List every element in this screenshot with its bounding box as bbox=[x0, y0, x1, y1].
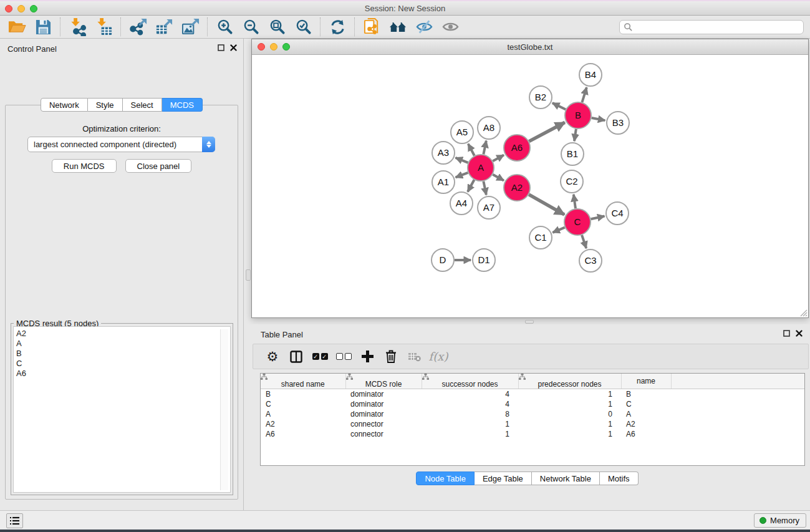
tab-mcds[interactable]: MCDS bbox=[162, 98, 203, 112]
desktop-background bbox=[0, 530, 810, 532]
import-network-icon[interactable] bbox=[64, 17, 90, 37]
search-field[interactable] bbox=[619, 20, 804, 34]
graph-node-label: A3 bbox=[438, 147, 449, 158]
table-header-row[interactable]: shared nameMCDS rolesuccessor nodesprede… bbox=[261, 374, 804, 389]
graph-edge-A-A8[interactable] bbox=[483, 141, 486, 155]
splitpane-toggle-bottom[interactable] bbox=[525, 320, 534, 324]
export-network-icon[interactable] bbox=[125, 17, 151, 37]
table-row[interactable]: A2connector11A2 bbox=[261, 419, 804, 429]
graph-edge-A-A6[interactable] bbox=[493, 155, 504, 162]
column-header-MCDS-role[interactable]: MCDS role bbox=[345, 374, 422, 389]
tab-node-table[interactable]: Node Table bbox=[416, 472, 475, 485]
graph-edge-C-C4[interactable] bbox=[591, 216, 604, 219]
cell-predecessor-nodes: 1 bbox=[518, 399, 621, 409]
close-panel-icon[interactable] bbox=[230, 44, 237, 51]
table-row[interactable]: Bdominator41B bbox=[261, 389, 804, 399]
criterion-dropdown[interactable]: largest connected component (directed) bbox=[27, 137, 215, 152]
splitpane-toggle-left[interactable] bbox=[246, 269, 251, 281]
column-header-shared-name[interactable]: shared name bbox=[261, 374, 345, 389]
select-all-icon[interactable]: ✓✓ bbox=[308, 347, 332, 366]
graph-edge-B-B2[interactable] bbox=[552, 103, 566, 109]
column-header-filler bbox=[671, 374, 804, 389]
tab-network-table[interactable]: Network Table bbox=[532, 472, 600, 485]
tab-motifs[interactable]: Motifs bbox=[600, 472, 639, 485]
home-view-icon[interactable] bbox=[385, 17, 411, 37]
cell-name: B bbox=[621, 389, 671, 399]
graph-edge-A-A7[interactable] bbox=[483, 181, 486, 195]
tab-edge-table[interactable]: Edge Table bbox=[475, 472, 532, 485]
column-header-successor-nodes[interactable]: successor nodes bbox=[422, 374, 518, 389]
refresh-icon[interactable] bbox=[324, 17, 350, 37]
network-window-titlebar[interactable]: testGlobe.txt bbox=[252, 39, 808, 55]
export-table-icon[interactable] bbox=[151, 17, 177, 37]
result-item[interactable]: A6 bbox=[16, 369, 230, 379]
column-header-name[interactable]: name bbox=[621, 374, 671, 389]
deselect-all-icon[interactable] bbox=[332, 347, 355, 366]
show-all-eye-icon[interactable] bbox=[437, 17, 463, 37]
graph-edge-A2-C[interactable] bbox=[529, 195, 564, 215]
result-item[interactable]: A2 bbox=[16, 329, 230, 339]
table-row[interactable]: A6connector11A6 bbox=[261, 429, 804, 439]
delete-table-icon[interactable] bbox=[403, 347, 427, 366]
tab-select[interactable]: Select bbox=[123, 98, 162, 112]
resize-grip-icon[interactable] bbox=[799, 309, 808, 317]
network-graph[interactable]: B4B2BB3A5A8A6A3B1AA1C2A2A4A7CC4C1C3DD1 bbox=[252, 55, 808, 317]
zoom-fit-icon[interactable] bbox=[264, 17, 290, 37]
add-column-icon[interactable] bbox=[355, 347, 379, 366]
graph-edge-A-A5[interactable] bbox=[468, 144, 475, 156]
save-session-icon[interactable] bbox=[30, 17, 56, 37]
graph-edge-B-B3[interactable] bbox=[592, 118, 605, 120]
graph-edge-A-A4[interactable] bbox=[468, 180, 474, 191]
network-window-title: testGlobe.txt bbox=[252, 42, 808, 52]
result-item[interactable]: C bbox=[16, 359, 230, 369]
graph-edge-A-A3[interactable] bbox=[455, 158, 468, 163]
zoom-in-icon[interactable] bbox=[211, 17, 238, 37]
memory-button[interactable]: Memory bbox=[754, 513, 806, 528]
zoom-out-icon[interactable] bbox=[238, 17, 264, 37]
result-item[interactable]: A bbox=[16, 339, 230, 349]
copy-network-icon[interactable] bbox=[359, 17, 385, 37]
dropdown-stepper-icon bbox=[202, 137, 215, 152]
import-table-icon[interactable] bbox=[90, 17, 117, 37]
list-icon bbox=[9, 516, 20, 525]
tab-style[interactable]: Style bbox=[88, 98, 123, 112]
search-input[interactable] bbox=[633, 23, 803, 32]
zoom-selected-icon[interactable] bbox=[290, 17, 316, 37]
table-row[interactable]: Cdominator41C bbox=[261, 399, 804, 409]
result-item[interactable]: B bbox=[16, 349, 230, 359]
graph-edge-B-B1[interactable] bbox=[574, 129, 576, 141]
show-panels-button[interactable] bbox=[6, 513, 23, 528]
toggle-columns-icon[interactable] bbox=[284, 347, 308, 366]
graph-node-label: A7 bbox=[483, 202, 494, 213]
graph-edge-C-C1[interactable] bbox=[552, 228, 564, 233]
settings-gear-icon[interactable]: ⚙ bbox=[261, 347, 284, 366]
graph-edge-A-A2[interactable] bbox=[493, 175, 504, 181]
result-scrollbar[interactable] bbox=[220, 329, 228, 490]
float-table-panel-icon[interactable] bbox=[783, 330, 790, 337]
function-builder-icon[interactable]: f(x) bbox=[427, 347, 450, 366]
export-image-icon[interactable] bbox=[177, 17, 203, 37]
mcds-result-list[interactable]: A2ABCA6 bbox=[13, 326, 231, 493]
column-header-predecessor-nodes[interactable]: predecessor nodes bbox=[518, 374, 621, 389]
open-file-icon[interactable] bbox=[4, 17, 30, 37]
run-mcds-button[interactable]: Run MCDS bbox=[52, 159, 117, 173]
graph-edge-C-C3[interactable] bbox=[582, 235, 586, 248]
application-window: Session: New Session bbox=[0, 0, 810, 532]
network-canvas[interactable]: B4B2BB3A5A8A6A3B1AA1C2A2A4A7CC4C1C3DD1 bbox=[252, 55, 808, 317]
graph-node-label: A1 bbox=[438, 177, 449, 187]
graph-edge-C-C2[interactable] bbox=[574, 195, 576, 208]
graph-edge-A-A1[interactable] bbox=[456, 173, 468, 178]
hide-selected-eye-slash-icon[interactable] bbox=[411, 17, 437, 37]
delete-column-trash-icon[interactable] bbox=[379, 347, 403, 366]
graph-edge-B-B4[interactable] bbox=[582, 87, 586, 102]
table-row[interactable]: Adominator80A bbox=[261, 409, 804, 419]
graph-node-label: C3 bbox=[584, 255, 596, 266]
cell-successor-nodes: 4 bbox=[422, 399, 518, 409]
network-view-window[interactable]: testGlobe.txt B4B2BB3A5A8A6A3B1AA1C2A2A4… bbox=[251, 39, 809, 318]
close-panel-button[interactable]: Close panel bbox=[125, 159, 192, 173]
float-panel-icon[interactable] bbox=[218, 44, 224, 51]
close-table-panel-icon[interactable] bbox=[796, 330, 803, 337]
tab-network[interactable]: Network bbox=[41, 98, 88, 112]
graph-edge-A6-B[interactable] bbox=[529, 122, 564, 141]
cell-predecessor-nodes: 1 bbox=[518, 419, 621, 429]
